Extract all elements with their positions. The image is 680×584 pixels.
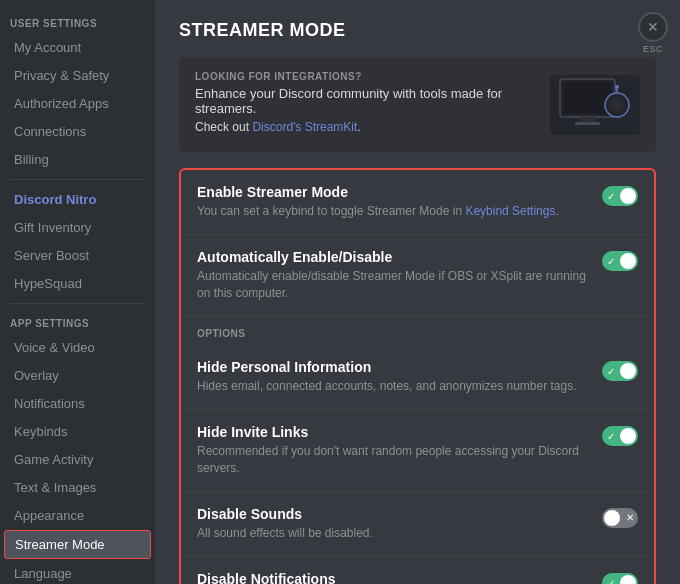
keybind-settings-link[interactable]: Keybind Settings [465,204,555,218]
toggle-hide-personal-info[interactable]: ✓ [602,361,638,381]
sidebar-divider-1 [10,179,145,180]
esc-label: ESC [643,44,663,54]
setting-desc-hide-invite-links: Recommended if you don't want random peo… [197,443,586,477]
sidebar-item-authorized-apps[interactable]: Authorized Apps [4,90,151,117]
setting-row-disable-notifications: Disable Notifications All desktop notifi… [181,557,654,584]
setting-row-hide-invite-links: Hide Invite Links Recommended if you don… [181,410,654,492]
integration-banner-desc: Enhance your Discord community with tool… [195,86,550,116]
setting-text-hide-personal-info: Hide Personal Information Hides email, c… [197,359,602,395]
main-content: ✕ ESC STREAMER MODE LOOKING FOR INTEGRAT… [155,0,680,584]
setting-text-enable-streamer-mode: Enable Streamer Mode You can set a keybi… [197,184,602,220]
setting-title-enable-streamer-mode: Enable Streamer Mode [197,184,586,200]
setting-title-hide-invite-links: Hide Invite Links [197,424,586,440]
setting-title-hide-personal-info: Hide Personal Information [197,359,586,375]
sidebar-item-notifications[interactable]: Notifications [4,390,151,417]
sidebar-item-gift-inventory[interactable]: Gift Inventory [4,214,151,241]
sidebar-item-language[interactable]: Language [4,560,151,584]
looking-for-integrations-label: LOOKING FOR INTEGRATIONS? [195,71,550,82]
setting-row-enable-streamer-mode: Enable Streamer Mode You can set a keybi… [181,170,654,235]
toggle-disable-notifications[interactable]: ✓ [602,573,638,584]
settings-panel: Enable Streamer Mode You can set a keybi… [179,168,656,584]
sidebar-item-privacy-safety[interactable]: Privacy & Safety [4,62,151,89]
setting-row-hide-personal-info: Hide Personal Information Hides email, c… [181,345,654,410]
sidebar-item-voice-video[interactable]: Voice & Video [4,334,151,361]
streamkit-link[interactable]: Discord's StreamKit [252,120,357,134]
setting-text-hide-invite-links: Hide Invite Links Recommended if you don… [197,424,602,477]
sidebar-item-server-boost[interactable]: Server Boost [4,242,151,269]
sidebar-item-discord-nitro[interactable]: Discord Nitro [4,186,151,213]
sidebar-item-overlay[interactable]: Overlay [4,362,151,389]
setting-text-auto-enable: Automatically Enable/Disable Automatical… [197,249,602,302]
esc-circle-icon: ✕ [638,12,668,42]
setting-title-auto-enable: Automatically Enable/Disable [197,249,586,265]
check-out-suffix: . [357,120,360,134]
page-title: STREAMER MODE [179,20,656,41]
toggle-disable-sounds[interactable]: ✕ [602,508,638,528]
svg-point-7 [615,85,619,89]
sidebar-item-appearance[interactable]: Appearance [4,502,151,529]
user-settings-section-label: User Settings [0,10,155,33]
sidebar-divider-2 [10,303,145,304]
monitor-illustration [555,77,635,132]
integration-banner-check: Check out Discord's StreamKit. [195,120,550,134]
esc-button[interactable]: ✕ ESC [638,12,668,54]
sidebar-item-billing[interactable]: Billing [4,146,151,173]
toggle-auto-enable[interactable]: ✓ [602,251,638,271]
setting-title-disable-sounds: Disable Sounds [197,506,586,522]
sidebar-item-my-account[interactable]: My Account [4,34,151,61]
check-out-prefix: Check out [195,120,252,134]
toggle-hide-invite-links[interactable]: ✓ [602,426,638,446]
app-settings-section-label: App Settings [0,310,155,333]
sidebar-item-keybinds[interactable]: Keybinds [4,418,151,445]
options-section-label: OPTIONS [181,316,654,345]
setting-text-disable-sounds: Disable Sounds All sound effects will be… [197,506,602,542]
svg-rect-2 [580,117,595,122]
setting-row-disable-sounds: Disable Sounds All sound effects will be… [181,492,654,557]
sidebar-item-connections[interactable]: Connections [4,118,151,145]
setting-title-disable-notifications: Disable Notifications [197,571,586,584]
setting-text-disable-notifications: Disable Notifications All desktop notifi… [197,571,602,584]
integration-banner-text: LOOKING FOR INTEGRATIONS? Enhance your D… [195,71,550,138]
integration-banner-image [550,75,640,135]
setting-desc-auto-enable: Automatically enable/disable Streamer Mo… [197,268,586,302]
setting-desc-hide-personal-info: Hides email, connected accounts, notes, … [197,378,586,395]
setting-desc-enable-streamer-mode: You can set a keybind to toggle Streamer… [197,203,586,220]
sidebar-item-streamer-mode[interactable]: Streamer Mode [4,530,151,559]
toggle-enable-streamer-mode[interactable]: ✓ [602,186,638,206]
setting-row-auto-enable: Automatically Enable/Disable Automatical… [181,235,654,317]
sidebar-item-game-activity[interactable]: Game Activity [4,446,151,473]
svg-rect-3 [575,122,600,125]
sidebar-item-hypesquad[interactable]: HypeSquad [4,270,151,297]
sidebar: User Settings My Account Privacy & Safet… [0,0,155,584]
sidebar-item-text-images[interactable]: Text & Images [4,474,151,501]
svg-rect-1 [563,82,612,114]
svg-point-5 [610,98,624,112]
integration-banner: LOOKING FOR INTEGRATIONS? Enhance your D… [179,57,656,152]
setting-desc-disable-sounds: All sound effects will be disabled. [197,525,586,542]
